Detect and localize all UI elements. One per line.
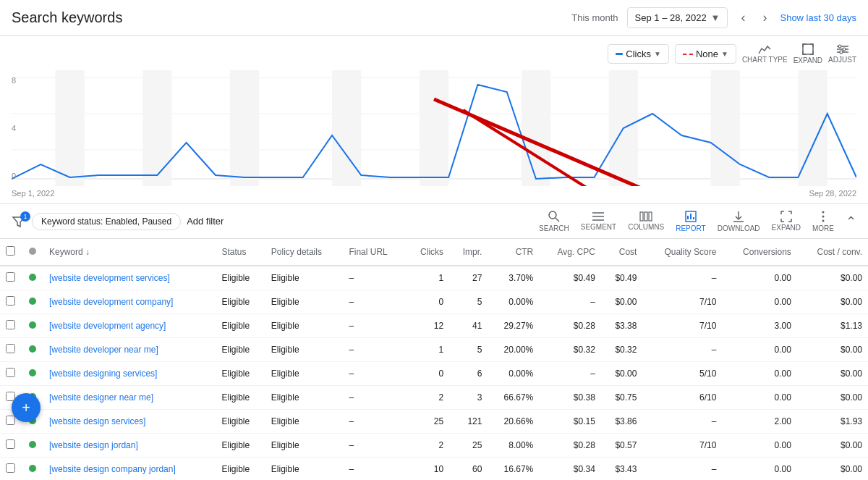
table-row: [website development agency] Eligible El… <box>0 314 868 338</box>
date-range-selector[interactable]: Sep 1 – 28, 2022 ▼ <box>627 7 728 28</box>
cost-cell: $0.75 <box>601 386 643 410</box>
expand-chart-button[interactable]: EXPAND <box>793 43 822 64</box>
keyword-text[interactable]: [website developer near me] <box>49 345 158 355</box>
row-checkbox-cell[interactable] <box>0 314 23 338</box>
final-url-cell: – <box>343 410 406 434</box>
more-button[interactable]: MORE <box>812 210 834 232</box>
search-button[interactable]: SEARCH <box>539 210 569 232</box>
row-checkbox-cell[interactable] <box>0 338 23 362</box>
avg-cpc-cell: $0.38 <box>539 386 601 410</box>
final-url-column-header: Final URL <box>343 239 406 266</box>
cost-cell: $3.43 <box>601 458 643 481</box>
report-button[interactable]: REPORT <box>676 210 706 232</box>
keyword-cell[interactable]: [website development agency] <box>43 314 216 338</box>
collapse-button[interactable]: ⌃ <box>846 214 856 230</box>
chart-type-button[interactable]: CHART TYPE <box>742 44 788 64</box>
svg-rect-31 <box>649 212 652 221</box>
expand-table-button[interactable]: EXPAND <box>772 211 801 232</box>
keyword-text[interactable]: [website designing services] <box>49 369 157 379</box>
row-checkbox-cell[interactable] <box>0 362 23 386</box>
prev-period-button[interactable]: ‹ <box>736 7 749 28</box>
final-url-cell: – <box>343 266 406 290</box>
row-checkbox[interactable] <box>6 463 15 473</box>
row-checkbox-cell[interactable] <box>0 458 23 481</box>
keyword-text[interactable]: [website development agency] <box>49 321 166 331</box>
filter-icon-container[interactable]: 1 <box>12 214 26 229</box>
keyword-cell[interactable]: [website designing services] <box>43 362 216 386</box>
policy-cell: Eligible <box>265 458 344 481</box>
svg-line-22 <box>434 99 704 186</box>
filters-left: 1 Keyword status: Enabled, Paused Add fi… <box>12 213 224 230</box>
row-checkbox[interactable] <box>6 272 15 282</box>
conversions-cell: 0.00 <box>722 362 796 386</box>
table-row: [website development services] Eligible … <box>0 266 868 290</box>
keyword-cell[interactable]: [website design services] <box>43 410 216 434</box>
keyword-text[interactable]: [website development services] <box>49 273 170 283</box>
conversions-cell: 0.00 <box>722 266 796 290</box>
row-checkbox[interactable] <box>6 296 15 306</box>
row-checkbox[interactable] <box>6 416 15 425</box>
final-url-cell: – <box>343 290 406 314</box>
keyword-status-filter[interactable]: Keyword status: Enabled, Paused <box>32 213 181 230</box>
expand-icon <box>802 43 814 55</box>
keyword-cell[interactable]: [website developer near me] <box>43 338 216 362</box>
metric2-label: None <box>696 49 718 59</box>
row-checkbox-cell[interactable] <box>0 266 23 290</box>
row-checkbox[interactable] <box>6 368 15 377</box>
columns-button[interactable]: COLUMNS <box>628 211 664 231</box>
add-filter-button[interactable]: Add filter <box>187 216 224 227</box>
conversions-cell: 3.00 <box>722 314 796 338</box>
show-last-30-link[interactable]: Show last 30 days <box>780 12 856 23</box>
page-title: Search keywords <box>12 9 122 26</box>
cost-cell: $0.57 <box>601 434 643 458</box>
quality-score-cell: 6/10 <box>642 386 722 410</box>
policy-cell: Eligible <box>265 434 344 458</box>
cost-conv-cell: $0.00 <box>797 434 868 458</box>
clicks-cell: 1 <box>406 338 449 362</box>
report-icon <box>684 210 697 223</box>
row-checkbox[interactable] <box>6 439 15 449</box>
status-dot <box>29 441 36 448</box>
keyword-text[interactable]: [website design jordan] <box>49 440 138 450</box>
clicks-cell: 1 <box>406 266 449 290</box>
keyword-column-header[interactable]: Keyword ↓ <box>43 239 216 266</box>
row-checkbox[interactable] <box>6 320 15 329</box>
keyword-text[interactable]: [website designer near me] <box>49 392 153 403</box>
keyword-text[interactable]: [website development company] <box>49 297 173 307</box>
row-checkbox[interactable] <box>6 344 15 353</box>
download-button[interactable]: DOWNLOAD <box>718 210 760 232</box>
keyword-cell[interactable]: [website design company jordan] <box>43 458 216 481</box>
svg-point-4 <box>838 45 841 48</box>
select-all-header[interactable] <box>0 239 23 266</box>
keyword-cell[interactable]: [website design jordan] <box>43 434 216 458</box>
keyword-cell[interactable]: [website designer near me] <box>43 386 216 410</box>
conversions-cell: 2.00 <box>722 410 796 434</box>
metric1-dropdown[interactable]: Clicks ▼ <box>608 44 669 64</box>
keyword-cell[interactable]: [website development services] <box>43 266 216 290</box>
cost-conv-cell: $0.00 <box>797 458 868 481</box>
impr-cell: 5 <box>449 290 488 314</box>
add-fab-button[interactable]: + <box>12 393 41 422</box>
metric2-dropdown[interactable]: None ▼ <box>675 44 736 64</box>
policy-cell: Eligible <box>265 362 344 386</box>
keyword-text[interactable]: [website design company jordan] <box>49 464 176 474</box>
select-all-checkbox[interactable] <box>6 246 15 256</box>
keyword-cell[interactable]: [website development company] <box>43 290 216 314</box>
svg-rect-30 <box>644 212 647 221</box>
segment-button[interactable]: SEGMENT <box>581 211 616 231</box>
ctr-cell: 20.00% <box>488 338 539 362</box>
final-url-cell: – <box>343 386 406 410</box>
final-url-cell: – <box>343 458 406 481</box>
keyword-text[interactable]: [website design services] <box>49 416 145 426</box>
search-icon <box>548 210 561 223</box>
row-checkbox-cell[interactable] <box>0 434 23 458</box>
svg-rect-0 <box>803 44 813 54</box>
row-checkbox-cell[interactable] <box>0 290 23 314</box>
adjust-chart-button[interactable]: ADJUST <box>828 44 856 64</box>
filters-right: SEARCH SEGMENT COLUMNS REPORT DOWNLOAD E… <box>539 210 856 232</box>
chart-x-labels: Sep 1, 2022 Sep 28, 2022 <box>12 186 856 203</box>
next-period-button[interactable]: › <box>758 7 771 28</box>
cost-conv-cell: $0.00 <box>797 338 868 362</box>
this-month-label: This month <box>571 12 618 23</box>
y-axis-0: 0 <box>12 172 16 180</box>
